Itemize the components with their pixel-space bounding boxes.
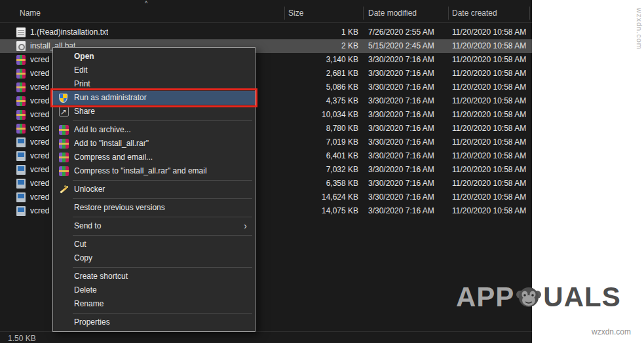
menu-item-label: Add to "install_all.rar" <box>74 139 149 148</box>
sort-ascending-icon[interactable]: ^ <box>145 1 147 7</box>
file-name: vcred <box>30 82 49 92</box>
file-date-modified: 3/30/2020 7:16 AM <box>368 137 434 147</box>
file-size: 2,681 KB <box>262 69 358 78</box>
column-divider[interactable] <box>284 7 285 20</box>
appuals-logo-text-left: APP <box>456 281 514 313</box>
menu-item-label: Cut <box>74 240 86 249</box>
share-icon <box>59 107 69 117</box>
column-header-size[interactable]: Size <box>288 9 303 18</box>
file-name: vcred <box>30 137 49 147</box>
menu-item-label: Delete <box>74 285 97 295</box>
menu-item-label: Run as administrator <box>74 93 147 102</box>
file-size: 7,032 KB <box>262 165 358 174</box>
archive-icon <box>16 55 26 65</box>
file-row[interactable]: 1.(Read)installation.txt 1 KB 7/26/2020 … <box>0 26 532 39</box>
column-divider[interactable] <box>363 7 364 20</box>
menu-item-run-as-administrator[interactable]: Run as administrator <box>53 91 255 105</box>
menu-item-label: Compress to "install_all.rar" and email <box>74 166 207 175</box>
file-name: vcred <box>30 165 49 174</box>
menu-item-rename[interactable]: Rename <box>53 297 255 311</box>
file-size: 4,375 KB <box>262 96 358 105</box>
archive-icon <box>16 82 26 92</box>
file-name: vcred <box>30 179 49 188</box>
column-header-name[interactable]: Name <box>20 9 41 18</box>
menu-item-add-to-archive[interactable]: Add to archive... <box>53 123 255 137</box>
file-date-modified: 3/30/2020 7:16 AM <box>368 82 434 92</box>
winrar-icon <box>59 153 69 162</box>
file-name: 1.(Read)installation.txt <box>30 27 108 37</box>
file-date-modified: 3/30/2020 7:16 AM <box>368 179 434 188</box>
menu-item-copy[interactable]: Copy <box>53 251 255 265</box>
status-bar-text: 1.50 KB <box>8 334 36 343</box>
screenshot: ^ Name Size Date modified Date created 1… <box>0 0 644 343</box>
menu-item-label: Compress and email... <box>74 153 153 162</box>
menu-item-label: Edit <box>74 65 88 75</box>
submenu-arrow-icon: › <box>244 219 247 233</box>
menu-item-label: Print <box>74 79 90 88</box>
file-date-created: 11/20/2020 10:58 AM <box>452 110 526 119</box>
file-date-modified: 3/30/2020 7:16 AM <box>368 165 434 174</box>
menu-item-label: Rename <box>74 299 104 308</box>
winrar-icon <box>59 166 69 176</box>
appuals-watermark: APP UALS <box>456 281 621 313</box>
file-date-created: 11/20/2020 10:58 AM <box>452 165 526 174</box>
menu-separator <box>73 217 252 217</box>
installer-icon <box>16 165 26 175</box>
file-size: 14,075 KB <box>262 206 358 215</box>
file-date-created: 11/20/2020 10:58 AM <box>452 124 526 133</box>
installer-icon <box>16 137 26 147</box>
file-size: 14,624 KB <box>262 192 358 202</box>
menu-item-label: Copy <box>74 253 92 262</box>
menu-item-label: Send to <box>74 221 101 230</box>
menu-item-properties[interactable]: Properties <box>53 316 255 329</box>
column-divider[interactable] <box>529 7 530 20</box>
menu-item-compress-to-install-all-rar-and-email[interactable]: Compress to "install_all.rar" and email <box>53 164 255 178</box>
menu-item-add-to-install-all-rar[interactable]: Add to "install_all.rar" <box>53 137 255 151</box>
winrar-icon <box>59 125 69 135</box>
installer-icon <box>16 151 26 161</box>
column-header-date-created[interactable]: Date created <box>452 9 497 18</box>
file-date-created: 11/20/2020 10:58 AM <box>452 82 526 92</box>
file-date-modified: 3/30/2020 7:16 AM <box>368 96 434 105</box>
menu-item-delete[interactable]: Delete <box>53 283 255 297</box>
menu-item-compress-and-email[interactable]: Compress and email... <box>53 151 255 164</box>
menu-item-label: Share <box>74 107 95 116</box>
menu-item-cut[interactable]: Cut <box>53 238 255 251</box>
file-size: 10,034 KB <box>262 110 358 119</box>
menu-item-open[interactable]: Open <box>53 50 255 63</box>
file-date-modified: 5/15/2020 2:45 AM <box>368 41 434 50</box>
column-divider[interactable] <box>448 7 449 20</box>
file-date-modified: 3/30/2020 7:16 AM <box>368 206 434 215</box>
site-watermark-side: wzxdn.com <box>635 8 643 50</box>
file-name: vcred <box>30 206 49 215</box>
winrar-icon <box>59 139 69 149</box>
uac-shield-icon <box>59 94 67 103</box>
file-name: vcred <box>30 151 49 160</box>
menu-item-label: Properties <box>74 317 110 327</box>
file-date-created: 11/20/2020 10:58 AM <box>452 206 526 215</box>
file-date-created: 11/20/2020 10:58 AM <box>452 137 526 147</box>
menu-item-print[interactable]: Print <box>53 77 255 91</box>
file-size: 6,401 KB <box>262 151 358 160</box>
monkey-logo-icon <box>516 284 542 310</box>
menu-item-send-to[interactable]: Send to › <box>53 219 255 233</box>
menu-item-label: Add to archive... <box>74 125 131 134</box>
menu-item-restore-previous-versions[interactable]: Restore previous versions <box>53 201 255 215</box>
archive-icon <box>16 110 26 120</box>
menu-item-label: Create shortcut <box>74 272 128 281</box>
file-name: vcred <box>30 192 49 202</box>
menu-item-create-shortcut[interactable]: Create shortcut <box>53 270 255 283</box>
file-date-created: 11/20/2020 10:58 AM <box>452 55 526 64</box>
file-date-modified: 3/30/2020 7:16 AM <box>368 151 434 160</box>
column-header-date-modified[interactable]: Date modified <box>368 9 417 18</box>
file-date-modified: 3/30/2020 7:16 AM <box>368 69 434 78</box>
site-watermark-bottom: wzxdn.com <box>592 327 631 336</box>
header-divider <box>0 22 532 23</box>
menu-item-edit[interactable]: Edit <box>53 63 255 77</box>
menu-item-label: Open <box>74 52 94 61</box>
batch-file-icon <box>16 41 26 51</box>
menu-separator <box>73 120 252 121</box>
file-name: vcred <box>30 55 49 64</box>
menu-item-share[interactable]: Share <box>53 105 255 118</box>
menu-item-unlocker[interactable]: Unlocker <box>53 183 255 196</box>
